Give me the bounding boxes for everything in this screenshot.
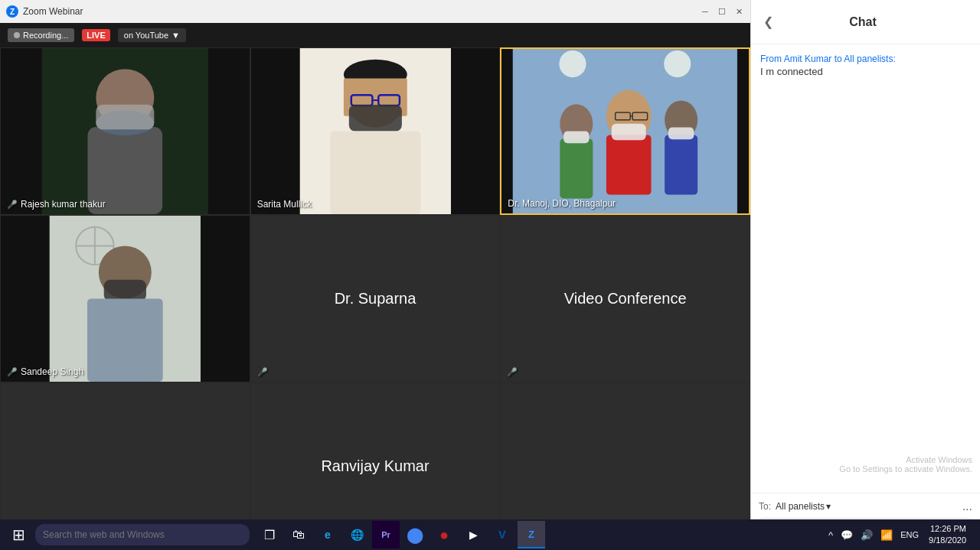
youtube-dropdown-icon: ▼ xyxy=(172,31,180,40)
chat-message-text: I m connected xyxy=(760,66,971,77)
chat-to-chevron: ▾ xyxy=(826,501,831,512)
svg-rect-21 xyxy=(560,138,593,198)
svg-point-16 xyxy=(664,50,691,77)
participant-name-sarita: Sarita Mullick xyxy=(257,199,312,210)
system-tray: ^ 💬 🔊 📶 ENG 12:26 PM 9/18/2020 xyxy=(826,523,975,547)
recording-button[interactable]: Recording... xyxy=(8,28,74,42)
chat-message-from: From Amit Kumar to All panelists: xyxy=(760,54,971,64)
live-badge: LIVE xyxy=(82,29,109,41)
chat-messages: From Amit Kumar to All panelists: I m co… xyxy=(751,44,980,493)
minimize-button[interactable]: ─ xyxy=(700,6,710,17)
video-grid: 🎤 Rajesh kumar thakur Sarita Mullick xyxy=(0,47,750,550)
taskview-button[interactable]: ❐ xyxy=(256,521,283,548)
chat-to-row: To: All panelists ▾ ... xyxy=(759,500,972,513)
chat-title: Chat xyxy=(849,15,877,29)
chat-to-value: All panelists xyxy=(776,501,825,512)
chat-message-1: From Amit Kumar to All panelists: I m co… xyxy=(760,54,971,77)
mute-icon-rajesh: 🎤 xyxy=(7,200,18,210)
tray-language: ENG xyxy=(898,529,921,541)
maximize-button[interactable]: ☐ xyxy=(717,6,727,17)
svg-rect-4 xyxy=(96,105,154,130)
participant-name-sandeep: 🎤 Sandeep Singh xyxy=(7,366,83,377)
media-player-icon[interactable]: ▶ xyxy=(459,521,487,548)
clock-date: 9/18/2020 xyxy=(929,535,966,546)
youtube-label: on YouTube xyxy=(124,31,168,40)
participant-name-rajesh: 🎤 Rajesh kumar thakur xyxy=(7,199,106,210)
chat-collapse-icon[interactable]: ❮ xyxy=(763,15,773,29)
participant-name-suparna-bottom: 🎤 xyxy=(257,367,268,377)
mute-icon-suparna: 🎤 xyxy=(257,367,268,377)
chat-panel: ❮ Chat From Amit Kumar to All panelists:… xyxy=(750,0,980,550)
chat-to-label: To: xyxy=(759,501,771,512)
mute-icon-videoconf: 🎤 xyxy=(507,367,518,377)
participant-display-name-videoconf: Video Conference xyxy=(564,290,687,308)
title-bar: Z Zoom Webinar ─ ☐ ✕ xyxy=(0,0,750,23)
clock-time: 12:26 PM xyxy=(929,523,966,535)
zoom-icon[interactable]: Z xyxy=(518,521,545,548)
svg-rect-25 xyxy=(668,128,694,140)
chat-more-button[interactable]: ... xyxy=(962,500,972,513)
taskbar-pinned-apps: ❐ 🛍 e 🌐 Pr ⬤ ● ▶ V Z xyxy=(256,521,545,548)
youtube-button[interactable]: on YouTube ▼ xyxy=(118,28,186,42)
video-cell-rajesh: 🎤 Rajesh kumar thakur xyxy=(0,47,250,215)
window-title: Zoom Webinar xyxy=(23,6,700,17)
tray-notifications[interactable]: 💬 xyxy=(838,528,855,542)
video-cell-sarita: Sarita Mullick xyxy=(250,47,501,215)
taskbar: ⊞ ❐ 🛍 e 🌐 Pr ⬤ ● ▶ V Z ^ 💬 🔊 📶 ENG 12:26… xyxy=(0,519,980,550)
participant-name-videoconf-bottom: 🎤 xyxy=(507,367,518,377)
network-icon[interactable]: 🌐 xyxy=(343,521,371,548)
svg-rect-19 xyxy=(612,124,646,141)
vpn-icon[interactable]: V xyxy=(488,521,516,548)
tray-expand[interactable]: ^ xyxy=(826,528,835,542)
start-button[interactable]: ⊞ xyxy=(5,521,32,548)
app-icon: Z xyxy=(6,5,18,18)
top-bar: Recording... LIVE on YouTube ▼ xyxy=(0,23,750,47)
participant-display-name-suparna: Dr. Suparna xyxy=(335,290,416,308)
red-app-icon[interactable]: ● xyxy=(430,521,458,548)
svg-rect-22 xyxy=(564,132,590,144)
tray-volume[interactable]: 🔊 xyxy=(858,528,875,542)
taskbar-search[interactable] xyxy=(35,524,250,545)
recording-label: Recording... xyxy=(23,31,68,40)
participant-display-name-ranvijay: Ranvijay Kumar xyxy=(321,457,429,475)
premiere-icon[interactable]: Pr xyxy=(372,521,400,548)
chrome-icon[interactable]: ⬤ xyxy=(401,521,429,548)
video-cell-manoj: Dr. Manoj, DIO, Bhagalpur xyxy=(500,47,750,215)
chat-to-select[interactable]: All panelists ▾ xyxy=(776,501,831,512)
svg-rect-13 xyxy=(330,132,420,215)
chat-header: ❮ Chat xyxy=(751,0,980,44)
video-cell-videoconf: Video Conference 🎤 xyxy=(500,215,750,382)
close-button[interactable]: ✕ xyxy=(733,6,744,17)
mute-icon-sandeep: 🎤 xyxy=(7,367,18,377)
svg-point-15 xyxy=(560,50,586,77)
store-icon[interactable]: 🛍 xyxy=(285,521,312,548)
video-cell-suparna: Dr. Suparna 🎤 xyxy=(250,215,501,382)
recording-dot xyxy=(14,32,20,38)
svg-rect-24 xyxy=(665,135,697,194)
edge-icon[interactable]: e xyxy=(314,521,341,548)
svg-rect-37 xyxy=(87,299,163,382)
tray-network[interactable]: 📶 xyxy=(878,528,895,542)
window-controls[interactable]: ─ ☐ ✕ xyxy=(700,6,744,17)
participant-name-manoj: Dr. Manoj, DIO, Bhagalpur xyxy=(508,198,616,209)
system-clock[interactable]: 12:26 PM 9/18/2020 xyxy=(924,523,971,547)
svg-rect-12 xyxy=(348,105,401,132)
video-cell-sandeep: 🎤 Sandeep Singh xyxy=(0,215,250,382)
svg-rect-18 xyxy=(606,135,652,194)
svg-rect-36 xyxy=(104,280,146,301)
